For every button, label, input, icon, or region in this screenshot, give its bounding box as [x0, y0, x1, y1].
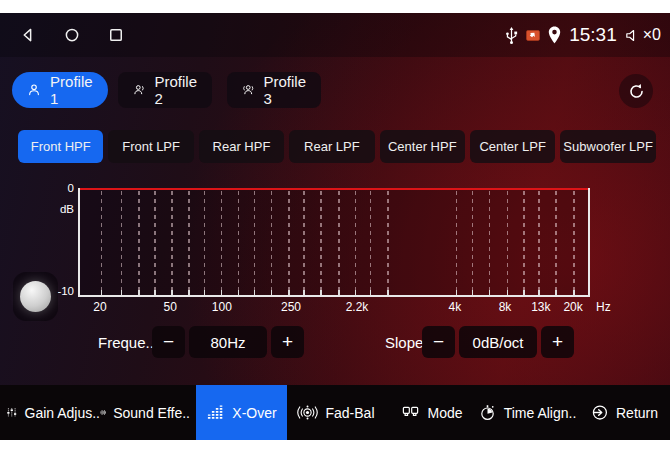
nav-fad-bal[interactable]: Fad-Bal [294, 385, 378, 440]
nav-return[interactable]: Return [584, 385, 664, 440]
x-axis-tick [101, 290, 103, 295]
x-axis-tick [489, 290, 491, 295]
system-nav [18, 13, 126, 57]
reset-button[interactable] [619, 74, 653, 108]
x-tick-label: 100 [212, 300, 232, 314]
profile-3-button[interactable]: Profile 3 [227, 72, 321, 108]
frequency-plus-button[interactable]: + [271, 326, 304, 358]
bottom-nav-bar: Gain Adjus.. Sound Effe.. X-Over [0, 385, 670, 440]
speaker-pair-icon [401, 403, 420, 422]
tab-front-lpf[interactable]: Front LPF [108, 130, 193, 163]
frequency-gridline [204, 191, 206, 294]
frequency-gridline [338, 191, 340, 294]
x-axis-tick [171, 290, 173, 295]
profile-1-button[interactable]: Profile 1 [12, 72, 108, 108]
frequency-minus-button[interactable]: − [152, 326, 185, 358]
frequency-gridline [138, 191, 140, 294]
nav-x-over[interactable]: X-Over [196, 385, 287, 440]
nav-timealign-label: Time Align.. [504, 405, 577, 421]
frequency-gridline [387, 191, 389, 294]
volume-indicator: ×0 [624, 26, 661, 44]
home-icon[interactable] [62, 25, 82, 45]
slope-label: Slope [385, 326, 423, 358]
x-tick-label: 2.2k [346, 300, 369, 314]
frequency-gridline [188, 191, 190, 294]
nav-sound-label: Sound Effe.. [113, 405, 190, 421]
slope-plus-button[interactable]: + [541, 326, 574, 358]
nav-sound-effect[interactable]: Sound Effe.. [100, 385, 190, 440]
nav-gain-label: Gain Adjus.. [25, 405, 101, 421]
nav-gain-adjust[interactable]: Gain Adjus.. [6, 385, 100, 440]
tab-subwoofer-lpf[interactable]: Subwoofer LPF [560, 130, 656, 163]
x-axis-tick [154, 290, 156, 295]
x-axis-tick [288, 290, 290, 295]
x-axis-tick [338, 290, 340, 295]
frequency-gridline [489, 191, 491, 294]
x-axis-tick [221, 290, 223, 295]
volume-level: ×0 [643, 26, 661, 44]
speaker-waves-icon [297, 403, 318, 422]
x-tick-label: 4k [448, 300, 461, 314]
x-axis-tick [472, 290, 474, 295]
stopwatch-icon [478, 403, 497, 422]
head-unit-screen: 15:31 ×0 Profile 1 Profile 2 [0, 13, 670, 440]
profile-3-label: Profile 3 [263, 73, 306, 107]
knob-indicator [20, 281, 51, 312]
frequency-gridline [538, 191, 540, 294]
x-axis-tick [121, 290, 123, 295]
tab-rear-hpf[interactable]: Rear HPF [199, 130, 284, 163]
tab-center-hpf[interactable]: Center HPF [380, 130, 465, 163]
person-2-icon [133, 81, 145, 99]
nav-time-align[interactable]: Time Align.. [474, 385, 580, 440]
recents-icon[interactable] [106, 25, 126, 45]
x-axis-tick [387, 290, 389, 295]
x-axis-tick [555, 290, 557, 295]
frequency-gridline [271, 191, 273, 294]
x-tick-label: 20 [93, 300, 106, 314]
x-axis-tick [320, 290, 322, 295]
person-3-icon [242, 81, 254, 99]
person-icon [27, 81, 41, 99]
refresh-icon [627, 82, 646, 101]
tab-rear-lpf[interactable]: Rear LPF [289, 130, 374, 163]
frequency-gridline [221, 191, 223, 294]
frequency-gridline [254, 191, 256, 294]
frequency-value[interactable]: 80Hz [189, 326, 267, 358]
x-axis-tick [188, 290, 190, 295]
nav-return-label: Return [616, 405, 658, 421]
return-arrow-icon [590, 403, 609, 422]
frequency-gridline [573, 191, 575, 294]
tab-front-hpf[interactable]: Front HPF [18, 130, 103, 163]
x-axis-tick [204, 290, 206, 295]
frequency-gridline [370, 191, 372, 294]
frequency-gridline [171, 191, 173, 294]
usb-icon [504, 25, 519, 45]
x-axis-tick [538, 290, 540, 295]
tab-center-lpf[interactable]: Center LPF [470, 130, 555, 163]
volume-muted-icon [624, 27, 641, 44]
y-axis-label: dB [50, 203, 74, 215]
profile-2-label: Profile 2 [154, 73, 197, 107]
x-axis-tick [456, 290, 458, 295]
profile-1-label: Profile 1 [50, 73, 93, 107]
profile-2-button[interactable]: Profile 2 [118, 72, 212, 108]
nav-xover-label: X-Over [232, 405, 276, 421]
rotary-knob[interactable] [13, 272, 58, 321]
nav-mode[interactable]: Mode [394, 385, 470, 440]
frequency-gridline [154, 191, 156, 294]
slope-value[interactable]: 0dB/oct [459, 326, 537, 358]
back-icon[interactable] [18, 25, 38, 45]
x-tick-label: 13k [531, 300, 550, 314]
x-axis-tick [271, 290, 273, 295]
x-axis-tick [370, 290, 372, 295]
x-axis-labels: 20501002502.2k4k8k13k20k [78, 300, 590, 314]
status-icons: 15:31 ×0 [504, 13, 661, 57]
frequency-gridline [101, 191, 103, 294]
slope-minus-button[interactable]: − [422, 326, 455, 358]
x-axis-tick [254, 290, 256, 295]
status-bar: 15:31 ×0 [0, 13, 670, 57]
x-tick-label: 8k [499, 300, 512, 314]
frequency-gridline [303, 191, 305, 294]
x-axis-tick [355, 290, 357, 295]
frequency-gridline [238, 191, 240, 294]
